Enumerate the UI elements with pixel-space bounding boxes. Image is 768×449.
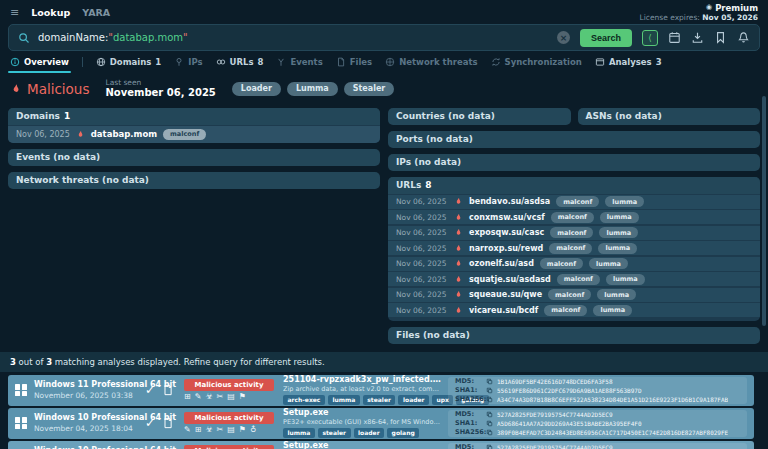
tab-count: 8: [257, 57, 263, 67]
tag[interactable]: lumma: [283, 428, 315, 439]
clear-search-button[interactable]: ×: [557, 31, 570, 44]
action-icon[interactable]: ☣: [205, 426, 212, 434]
tag[interactable]: loader: [398, 395, 429, 406]
bookmark-icon[interactable]: [714, 31, 727, 44]
tag-lumma[interactable]: lumma: [605, 196, 644, 207]
action-icon[interactable]: ▤: [227, 426, 235, 434]
tab-analyses[interactable]: Analyses3: [595, 57, 662, 67]
tag-malconf[interactable]: malconf: [551, 212, 594, 223]
domain-value[interactable]: databap.mom: [91, 129, 157, 139]
action-icon[interactable]: ⊞: [184, 393, 191, 401]
url-row[interactable]: Nov 06, 2025 bendavo.su/asdsa malconf lu…: [388, 195, 760, 209]
tag-lumma[interactable]: lumma: [593, 305, 632, 316]
copy-icon[interactable]: [486, 429, 493, 436]
report-icon[interactable]: [162, 414, 184, 433]
nav-lookup[interactable]: Lookup: [31, 7, 70, 18]
copy-icon[interactable]: [486, 420, 493, 427]
analysis-row[interactable]: Windows 10 Professional 64 bit November …: [8, 441, 754, 449]
url-value[interactable]: ozonelf.su/asd: [469, 259, 534, 268]
tag-loader[interactable]: Loader: [232, 82, 281, 96]
tab-network-threats: Network threats: [385, 57, 477, 67]
tag[interactable]: arch-exec: [283, 395, 325, 406]
file-name[interactable]: Setup.exe: [283, 408, 442, 418]
tag-lumma[interactable]: Lumma: [287, 82, 338, 96]
action-icon[interactable]: ⚑: [239, 393, 246, 401]
action-icon[interactable]: ♁: [250, 426, 256, 434]
action-icon[interactable]: ☣: [205, 393, 212, 401]
tab-label: IPs: [188, 57, 202, 67]
file-name[interactable]: 251104-rvpzxadk3x_pw_infected.zip: [283, 375, 442, 385]
tag-malconf[interactable]: malconf: [163, 129, 206, 140]
url-row[interactable]: Nov 06, 2025 narroxp.su/rewd malconf lum…: [388, 241, 760, 255]
tab-label: Events: [290, 57, 322, 67]
tag-lumma[interactable]: lumma: [598, 243, 637, 254]
url-row[interactable]: Nov 06, 2025 vicareu.su/bcdf malconf lum…: [388, 303, 760, 317]
action-icon[interactable]: ✂: [217, 393, 224, 401]
tag-malconf[interactable]: malconf: [550, 227, 593, 238]
action-icon[interactable]: ✎: [195, 393, 202, 401]
report-icon[interactable]: [162, 381, 184, 400]
url-value[interactable]: vicareu.su/bcdf: [469, 306, 538, 315]
tag[interactable]: lumma: [328, 395, 360, 406]
url-value[interactable]: squeaue.su/qwe: [469, 290, 542, 299]
menu-icon[interactable]: ≡: [10, 6, 19, 19]
tag-malconf[interactable]: malconf: [544, 305, 587, 316]
file-name[interactable]: Setup.exe: [283, 441, 442, 449]
tag-malconf[interactable]: malconf: [549, 243, 592, 254]
tag-lumma[interactable]: lumma: [589, 258, 628, 269]
analysis-row[interactable]: Windows 11 Professional 64 bit November …: [8, 375, 754, 406]
shortcut-icon[interactable]: ⟨: [642, 30, 658, 46]
tag-lumma[interactable]: lumma: [599, 227, 638, 238]
domains-card-header: Domains1: [8, 108, 380, 125]
calendar-icon[interactable]: [668, 31, 681, 44]
search-input[interactable]: domainName:"databap.mom" × Search ⟨: [8, 24, 760, 51]
tag-malconf[interactable]: malconf: [540, 258, 583, 269]
tab-urls[interactable]: URLs8: [216, 57, 264, 67]
domain-row[interactable]: Nov 06, 2025 databap.mom malconf: [8, 126, 380, 143]
md5-label: MD5:: [455, 410, 482, 418]
tag-lumma[interactable]: lumma: [597, 289, 636, 300]
url-row[interactable]: Nov 06, 2025 squatje.su/asdasd malconf l…: [388, 272, 760, 286]
bell-icon[interactable]: [737, 31, 750, 44]
url-value[interactable]: bendavo.su/asdsa: [469, 197, 550, 206]
action-icon[interactable]: ✎: [184, 426, 191, 434]
files-card-header: Files (no data): [388, 327, 760, 344]
url-row[interactable]: Nov 06, 2025 exposqw.su/casc malconf lum…: [388, 226, 760, 240]
url-value[interactable]: conxmsw.su/vcsf: [469, 213, 545, 222]
tag-malconf[interactable]: malconf: [557, 274, 600, 285]
tab-overview[interactable]: Overview: [10, 57, 69, 67]
copy-icon[interactable]: [486, 378, 493, 385]
url-value[interactable]: narroxp.su/rewd: [469, 244, 543, 253]
nav-yara[interactable]: YARA: [82, 7, 110, 18]
tag-lumma[interactable]: lumma: [606, 274, 645, 285]
domain-date: Nov 06, 2025: [16, 130, 70, 139]
download-icon[interactable]: [691, 31, 704, 44]
analysis-row[interactable]: Windows 10 Professional 64 bit November …: [8, 408, 754, 439]
tab-label: URLs: [230, 57, 254, 67]
tab-domains[interactable]: Domains1: [96, 57, 161, 67]
tag[interactable]: stealer: [318, 428, 351, 439]
copy-icon[interactable]: [486, 411, 493, 418]
tag[interactable]: stealer: [363, 395, 396, 406]
url-row[interactable]: Nov 06, 2025 squeaue.su/qwe malconf lumm…: [388, 288, 760, 302]
copy-icon[interactable]: [486, 444, 493, 449]
url-value[interactable]: exposqw.su/casc: [469, 228, 544, 237]
copy-icon[interactable]: [486, 387, 493, 394]
action-icon[interactable]: ⚑: [239, 426, 246, 434]
tag-malconf[interactable]: malconf: [548, 289, 591, 300]
tag-malconf[interactable]: malconf: [556, 196, 599, 207]
tag[interactable]: loader: [354, 428, 385, 439]
url-row[interactable]: Nov 06, 2025 ozonelf.su/asd malconf lumm…: [388, 257, 760, 271]
tag[interactable]: golang: [387, 428, 419, 439]
url-row[interactable]: Nov 06, 2025 conxmsw.su/vcsf malconf lum…: [388, 210, 760, 224]
action-icon[interactable]: ⊞: [195, 426, 202, 434]
action-icon[interactable]: ▤: [227, 393, 235, 401]
tag-stealer[interactable]: Stealer: [344, 82, 395, 96]
search-query[interactable]: domainName:"databap.mom": [38, 32, 188, 43]
action-icon[interactable]: ✂: [217, 426, 224, 434]
tag-lumma[interactable]: lumma: [600, 212, 639, 223]
search-button[interactable]: Search: [580, 29, 632, 47]
copy-icon[interactable]: [486, 396, 493, 403]
url-value[interactable]: squatje.su/asdasd: [469, 275, 551, 284]
scrollbar[interactable]: [762, 96, 766, 326]
